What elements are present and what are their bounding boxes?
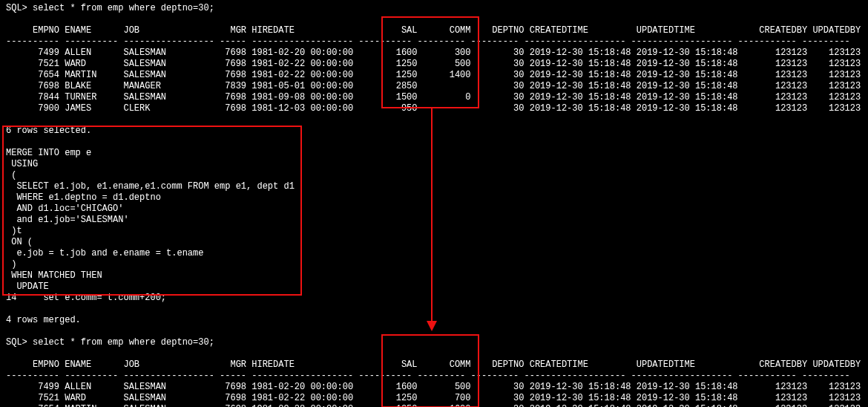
terminal-screen: SQL> select * from emp where deptno=30; … <box>0 0 868 407</box>
terminal-output: SQL> select * from emp where deptno=30; … <box>6 3 862 407</box>
